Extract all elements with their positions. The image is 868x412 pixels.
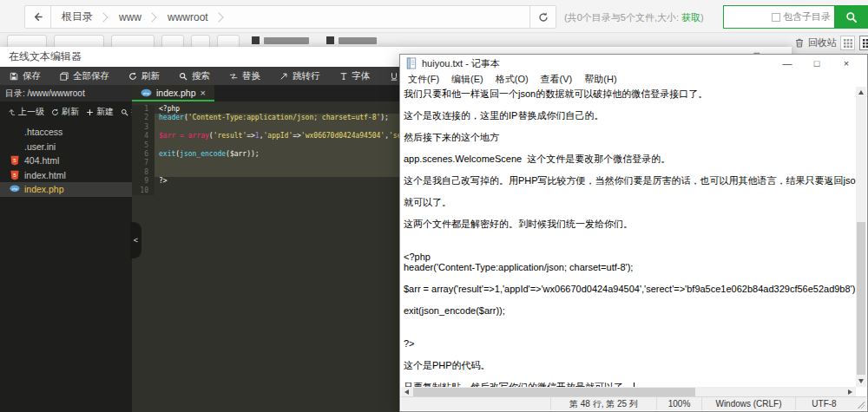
notepad-window: huiyou.txt - 记事本 — □ × 文件(F)编辑(E)格式(O)查看… bbox=[399, 54, 868, 412]
notepad-line: 然后接下来的这个地方 bbox=[404, 132, 856, 143]
breadcrumb-item[interactable]: wwwroot bbox=[157, 11, 215, 23]
chevron-right-icon bbox=[98, 12, 108, 22]
search-button[interactable] bbox=[834, 5, 868, 29]
notepad-text-area[interactable]: 我们只要和他一样返回一个json的数据就可以破掉他的微信登录接口了。这个是改连接… bbox=[401, 87, 856, 387]
toolbar-save-all-button[interactable]: 全部保存 bbox=[50, 67, 119, 85]
line-number: 8 bbox=[132, 168, 155, 177]
grid-icon bbox=[844, 39, 852, 48]
scrollbar-thumb[interactable] bbox=[413, 388, 695, 396]
line-number: 10 bbox=[132, 186, 155, 195]
back-button[interactable] bbox=[25, 6, 51, 28]
menu-item[interactable]: 文件(F) bbox=[402, 73, 445, 86]
notepad-line bbox=[404, 208, 856, 219]
notepad-line: exit(json_encode($arr)); bbox=[404, 305, 856, 317]
php-icon: php bbox=[141, 88, 152, 97]
scroll-left-icon[interactable] bbox=[404, 389, 409, 395]
notepad-line bbox=[404, 240, 856, 252]
notepad-line: ?> bbox=[404, 338, 856, 350]
notepad-line bbox=[404, 121, 856, 133]
subdir-label-text: 包含子目录 bbox=[783, 10, 831, 23]
line-number: 4 bbox=[132, 132, 155, 141]
line-number: 3 bbox=[132, 123, 155, 132]
scroll-down-icon[interactable] bbox=[858, 379, 864, 383]
maximize-icon[interactable]: □ bbox=[802, 55, 832, 72]
scroll-right-icon[interactable] bbox=[848, 389, 852, 395]
search-input[interactable] bbox=[724, 6, 772, 28]
close-icon[interactable]: × bbox=[832, 55, 861, 72]
disk-icon bbox=[252, 36, 260, 44]
menu-item[interactable]: 格式(O) bbox=[490, 73, 535, 86]
toolbar-replace-button[interactable]: 替换 bbox=[220, 67, 270, 85]
chevron-right-icon bbox=[147, 12, 156, 22]
grid-view-button[interactable] bbox=[840, 36, 855, 50]
sidebar-up-level-button[interactable]: 上一级 bbox=[5, 106, 47, 118]
tab-close-icon[interactable]: × bbox=[201, 88, 206, 98]
refresh-icon bbox=[128, 72, 137, 81]
menu-item[interactable]: 编辑(E) bbox=[445, 73, 490, 86]
save-all-icon bbox=[60, 72, 69, 81]
notepad-statusbar: 第 48 行, 第 25 列 100% Windows (CRLF) UTF-8 bbox=[401, 396, 866, 410]
menu-item[interactable]: 帮助(H) bbox=[578, 73, 622, 86]
toolbar-search-button[interactable]: 搜索 bbox=[169, 67, 220, 85]
file-manager-topbar: 根目录wwwwwwroot (共0个目录与5个文件,大小: 获取) 包含子目录 bbox=[0, 0, 868, 33]
status-zoom: 100% bbox=[656, 397, 701, 410]
notepad-icon bbox=[406, 57, 417, 69]
chevron-left-icon: < bbox=[134, 236, 138, 245]
line-number: 6 bbox=[132, 150, 155, 159]
plus-icon bbox=[86, 108, 94, 116]
minimize-icon[interactable]: — bbox=[773, 55, 802, 72]
notepad-line: 我们只要和他一样返回一个json的数据就可以破掉他的微信登录接口了。 bbox=[404, 88, 856, 100]
recycle-bin-button[interactable]: 回收站 bbox=[794, 36, 837, 49]
subdir-checkbox-label[interactable]: 包含子目录 bbox=[772, 10, 834, 23]
status-line-ending: Windows (CRLF) bbox=[701, 397, 795, 410]
file-item-.htaccess[interactable]: .htaccess bbox=[0, 125, 132, 140]
breadcrumb-item[interactable]: 根目录 bbox=[51, 10, 100, 24]
notepad-line: 这个是PHP的代码。 bbox=[404, 360, 856, 371]
breadcrumb-item[interactable]: www bbox=[108, 11, 148, 23]
resize-grip[interactable] bbox=[858, 402, 865, 409]
toolbar-save-button[interactable]: 保存 bbox=[0, 67, 50, 85]
file-item-index.php[interactable]: phpindex.php bbox=[0, 182, 132, 197]
recycle-label: 回收站 bbox=[808, 36, 837, 49]
line-number: 7 bbox=[132, 159, 155, 167]
tab-index-php[interactable]: php index.php × bbox=[132, 85, 214, 101]
back-arrow-icon bbox=[32, 11, 43, 23]
toolbar-refresh-button[interactable]: 刷新 bbox=[119, 67, 169, 85]
toolbar-font-button[interactable]: 字体 bbox=[330, 67, 380, 85]
refresh-button[interactable] bbox=[529, 6, 556, 28]
notepad-line: 这个是我自己改写掉的。用PHP写比较方便，当然你们要是厉害的话，也可以用其他语言… bbox=[404, 175, 856, 186]
search-box: 包含子目录 bbox=[723, 5, 835, 29]
svg-text:php: php bbox=[12, 187, 17, 191]
file-sidebar: 上一级刷新新建搜索 .htaccess.user.ini5404.html5in… bbox=[0, 101, 132, 412]
disk-tab-stub[interactable] bbox=[326, 36, 377, 44]
fetch-size-link[interactable]: 获取 bbox=[681, 12, 700, 23]
sidebar-plus-button[interactable]: 新建 bbox=[83, 106, 116, 118]
file-item-404.html[interactable]: 5404.html bbox=[0, 154, 132, 168]
file-item-index.html[interactable]: 5index.html bbox=[0, 168, 132, 183]
disk-tab-stub[interactable] bbox=[252, 36, 309, 44]
search-icon bbox=[121, 108, 128, 116]
sidebar-refresh-button[interactable]: 刷新 bbox=[49, 106, 82, 118]
notepad-line bbox=[404, 143, 856, 154]
scrollbar-thumb[interactable] bbox=[857, 222, 865, 375]
notepad-line bbox=[404, 370, 856, 382]
status-encoding: UTF-8 bbox=[795, 397, 852, 410]
file-item-.user.ini[interactable]: .user.ini bbox=[0, 140, 132, 154]
subdir-checkbox[interactable] bbox=[772, 13, 780, 22]
editor-window-title: 在线文本编辑器 bbox=[9, 49, 82, 64]
trash-icon bbox=[794, 37, 805, 49]
notepad-line bbox=[404, 230, 856, 241]
summary-text: (共0个目录与5个文件,大小: bbox=[564, 12, 681, 23]
notepad-line bbox=[404, 295, 856, 306]
list-view-button[interactable] bbox=[859, 36, 868, 50]
notepad-titlebar[interactable]: huiyou.txt - 记事本 — □ × bbox=[400, 55, 867, 72]
scroll-up-icon[interactable] bbox=[858, 90, 864, 95]
sidebar-collapse-handle[interactable]: < bbox=[130, 222, 141, 258]
notepad-line: $arr = array('result'=>1,'appId'=>'wx066… bbox=[404, 284, 856, 295]
menu-item[interactable]: 查看(V) bbox=[535, 73, 579, 86]
line-number: 2 bbox=[132, 114, 155, 122]
notepad-line: header('Content-Type:application/json; c… bbox=[404, 262, 856, 273]
notepad-line: 就可以了。 bbox=[404, 197, 856, 208]
vertical-scrollbar[interactable] bbox=[856, 87, 866, 387]
toolbar-goto-line-button[interactable]: 跳转行 bbox=[270, 67, 330, 85]
